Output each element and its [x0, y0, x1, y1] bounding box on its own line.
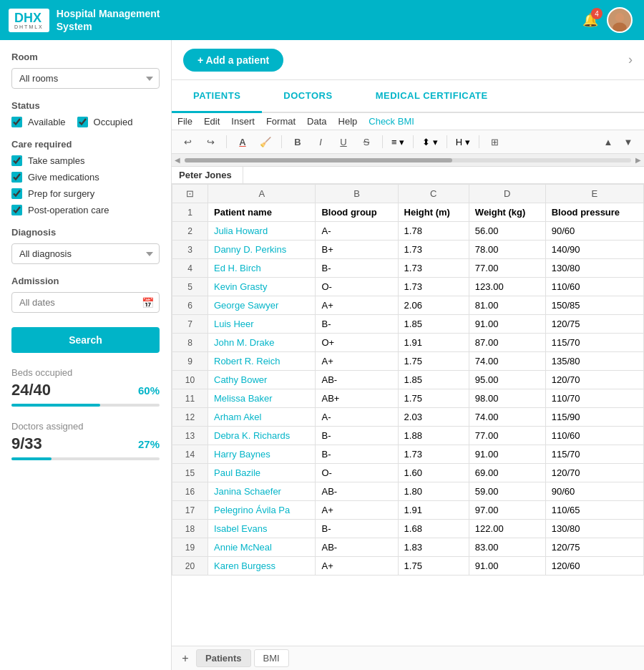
- height-cell[interactable]: 1.60: [398, 464, 469, 482]
- scroll-down-button[interactable]: ▼: [618, 133, 638, 150]
- merge-button[interactable]: ⊞: [485, 133, 505, 150]
- patient-name-cell[interactable]: Annie McNeal: [208, 538, 316, 557]
- menu-insert[interactable]: Insert: [231, 116, 255, 127]
- occupied-checkbox-row[interactable]: Occupied: [77, 117, 133, 127]
- col-a-header[interactable]: Patient name: [208, 203, 316, 222]
- grid-wrap[interactable]: ⊡ A B C D E 1 Patient name: [172, 184, 644, 646]
- patient-name-cell[interactable]: George Sawyer: [208, 296, 316, 315]
- height-cell[interactable]: 2.03: [398, 408, 469, 427]
- expand-button[interactable]: ›: [628, 52, 633, 67]
- height-cell[interactable]: 1.88: [398, 427, 469, 445]
- bp-cell[interactable]: 90/60: [545, 222, 643, 241]
- weight-cell[interactable]: 81.00: [469, 296, 545, 315]
- weight-cell[interactable]: 59.00: [469, 482, 545, 501]
- occupied-checkbox[interactable]: [77, 117, 88, 127]
- care-checkbox-1[interactable]: [11, 172, 22, 183]
- bp-cell[interactable]: 110/65: [545, 501, 643, 520]
- bp-cell[interactable]: 115/90: [545, 408, 643, 427]
- col-d-header[interactable]: Weight (kg): [469, 203, 545, 222]
- menu-format[interactable]: Format: [266, 116, 296, 127]
- blood-group-cell[interactable]: O+: [316, 334, 398, 352]
- weight-cell[interactable]: 122.00: [469, 520, 545, 538]
- scroll-right-btn[interactable]: ▶: [635, 156, 641, 164]
- blood-group-cell[interactable]: B-: [316, 445, 398, 464]
- care-item-0[interactable]: Take samples: [11, 155, 160, 166]
- patient-name-cell[interactable]: Luis Heer: [208, 315, 316, 334]
- patient-name-cell[interactable]: Debra K. Richards: [208, 427, 316, 445]
- cell-name-box[interactable]: Peter Jones: [172, 167, 243, 183]
- height-cell[interactable]: 1.91: [398, 334, 469, 352]
- bp-cell[interactable]: 120/70: [545, 371, 643, 389]
- col-b-header[interactable]: Blood group: [316, 203, 398, 222]
- bold-button[interactable]: B: [288, 133, 308, 150]
- menu-data[interactable]: Data: [307, 116, 326, 127]
- weight-cell[interactable]: 123.00: [469, 278, 545, 296]
- blood-group-cell[interactable]: O-: [316, 278, 398, 296]
- tab-doctors[interactable]: DOCTORS: [262, 80, 353, 113]
- height-cell[interactable]: 1.75: [398, 557, 469, 576]
- border-dropdown[interactable]: H ▾: [453, 135, 473, 149]
- patient-name-cell[interactable]: Janina Schaefer: [208, 482, 316, 501]
- bp-cell[interactable]: 110/60: [545, 278, 643, 296]
- scroll-left-btn[interactable]: ◀: [175, 156, 180, 164]
- weight-cell[interactable]: 77.00: [469, 259, 545, 278]
- weight-cell[interactable]: 77.00: [469, 427, 545, 445]
- height-cell[interactable]: 1.75: [398, 389, 469, 408]
- height-cell[interactable]: 1.91: [398, 501, 469, 520]
- height-cell[interactable]: 1.83: [398, 538, 469, 557]
- bp-cell[interactable]: 135/80: [545, 352, 643, 371]
- patient-name-cell[interactable]: Julia Howard: [208, 222, 316, 241]
- weight-cell[interactable]: 74.00: [469, 408, 545, 427]
- available-checkbox-row[interactable]: Available: [11, 117, 66, 127]
- weight-cell[interactable]: 95.00: [469, 371, 545, 389]
- patient-name-cell[interactable]: Melissa Baker: [208, 389, 316, 408]
- height-cell[interactable]: 1.73: [398, 278, 469, 296]
- tab-patients[interactable]: PATIENTS: [172, 80, 262, 113]
- undo-button[interactable]: ↩: [177, 133, 197, 150]
- blood-group-cell[interactable]: AB-: [316, 482, 398, 501]
- add-patient-button[interactable]: + Add a patient: [183, 49, 283, 72]
- patient-name-cell[interactable]: Danny D. Perkins: [208, 241, 316, 259]
- patient-name-cell[interactable]: John M. Drake: [208, 334, 316, 352]
- blood-group-cell[interactable]: A+: [316, 501, 398, 520]
- weight-cell[interactable]: 78.00: [469, 241, 545, 259]
- blood-group-cell[interactable]: B+: [316, 241, 398, 259]
- patient-name-cell[interactable]: Pelegrino Ávila Pa: [208, 501, 316, 520]
- bp-cell[interactable]: 90/60: [545, 482, 643, 501]
- valign-dropdown[interactable]: ⬍ ▾: [419, 135, 441, 149]
- scroll-up-button[interactable]: ▲: [598, 133, 618, 150]
- col-c-header[interactable]: Height (m): [398, 203, 469, 222]
- height-cell[interactable]: 1.68: [398, 520, 469, 538]
- blood-group-cell[interactable]: B-: [316, 427, 398, 445]
- blood-group-cell[interactable]: AB-: [316, 538, 398, 557]
- blood-group-cell[interactable]: B-: [316, 315, 398, 334]
- admission-date-input[interactable]: [11, 292, 160, 313]
- col-e-header[interactable]: Blood pressure: [545, 203, 643, 222]
- blood-group-cell[interactable]: AB+: [316, 389, 398, 408]
- height-cell[interactable]: 2.06: [398, 296, 469, 315]
- patient-name-cell[interactable]: Kevin Grasty: [208, 278, 316, 296]
- text-color-button[interactable]: A: [233, 133, 253, 150]
- available-checkbox[interactable]: [11, 117, 22, 127]
- menu-check-bmi[interactable]: Check BMI: [369, 116, 414, 127]
- blood-group-cell[interactable]: O-: [316, 464, 398, 482]
- strikethrough-button[interactable]: S: [356, 133, 376, 150]
- care-checkbox-3[interactable]: [11, 205, 22, 215]
- height-cell[interactable]: 1.75: [398, 352, 469, 371]
- tab-medical-certificate[interactable]: MEDICAL CERTIFICATE: [354, 80, 509, 113]
- weight-cell[interactable]: 91.00: [469, 315, 545, 334]
- patient-name-cell[interactable]: Arham Akel: [208, 408, 316, 427]
- patient-name-cell[interactable]: Paul Bazile: [208, 464, 316, 482]
- search-button[interactable]: Search: [11, 327, 160, 353]
- patient-name-cell[interactable]: Robert R. Reich: [208, 352, 316, 371]
- height-cell[interactable]: 1.85: [398, 315, 469, 334]
- notification-bell[interactable]: 🔔 4: [582, 12, 598, 28]
- patient-name-cell[interactable]: Harry Baynes: [208, 445, 316, 464]
- bp-cell[interactable]: 140/90: [545, 241, 643, 259]
- clear-format-button[interactable]: 🧹: [255, 133, 275, 150]
- bp-cell[interactable]: 120/60: [545, 557, 643, 576]
- weight-cell[interactable]: 91.00: [469, 445, 545, 464]
- bp-cell[interactable]: 110/70: [545, 389, 643, 408]
- bp-cell[interactable]: 120/75: [545, 315, 643, 334]
- blood-group-cell[interactable]: A-: [316, 222, 398, 241]
